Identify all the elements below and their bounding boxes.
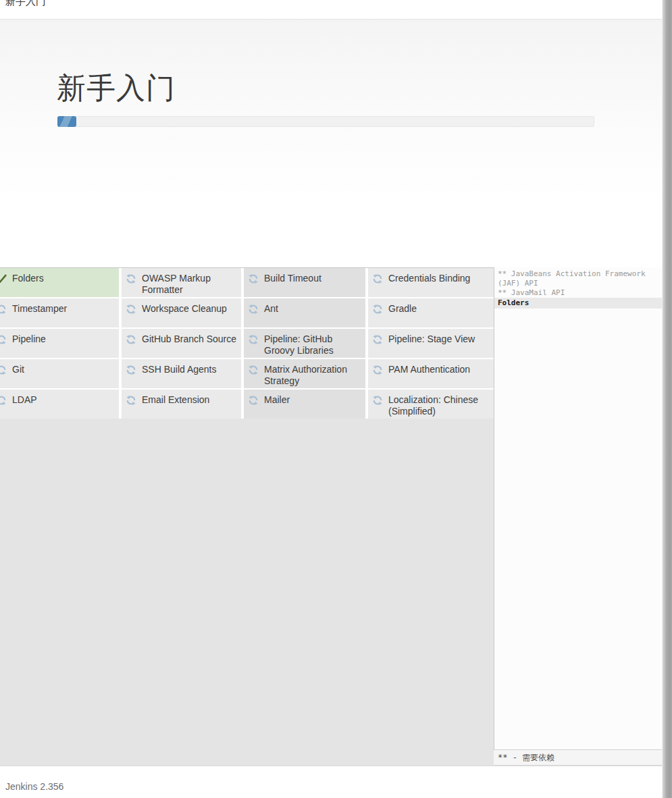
sync-spinner-icon	[248, 304, 259, 315]
plugin-name: SSH Build Agents	[142, 364, 217, 375]
wizard-header-panel: 新手入门	[0, 19, 662, 267]
plugin-name: Build Timeout	[264, 273, 321, 284]
jenkins-setup-wizard-window: 新手入门 新手入门 Folders OWASP Markup Formatter…	[0, 0, 672, 798]
plugin-name: Timestamper	[12, 303, 67, 315]
plugin-cell: SSH Build Agents	[122, 359, 241, 388]
dependency-note: ** - 需要依赖	[494, 749, 662, 766]
plugin-name: Gradle	[388, 303, 417, 315]
sync-spinner-icon	[126, 304, 136, 315]
plugin-name: LDAP	[12, 394, 37, 406]
plugin-cell: Pipeline	[0, 329, 119, 358]
vertical-scrollbar[interactable]	[662, 0, 672, 798]
plugin-cell: Credentials Binding	[368, 268, 494, 297]
plugin-name: Pipeline: Stage View	[388, 334, 475, 345]
plugin-cell: Mailer	[244, 390, 365, 419]
log-entry: ** JavaBeans Activation Framework (JAF) …	[494, 269, 662, 288]
sync-spinner-icon	[248, 365, 259, 375]
plugin-cell: OWASP Markup Formatter	[122, 268, 241, 297]
plugin-name: Pipeline: GitHub Groovy Libraries	[264, 334, 361, 356]
plugin-name: PAM Authentication	[388, 364, 470, 375]
plugin-name: Credentials Binding	[388, 273, 470, 284]
sync-spinner-icon	[126, 334, 136, 345]
sync-spinner-icon	[0, 365, 7, 375]
plugin-name: Email Extension	[142, 394, 209, 406]
log-entry: ** JavaMail API	[494, 288, 662, 298]
sync-spinner-icon	[0, 304, 7, 315]
plugin-cell: Email Extension	[122, 390, 241, 419]
plugin-area-background	[0, 419, 494, 766]
sync-spinner-icon	[126, 395, 136, 406]
plugin-cell: Git	[0, 359, 119, 388]
sync-spinner-icon	[372, 395, 383, 406]
plugin-name: OWASP Markup Formatter	[142, 273, 237, 296]
install-progress-bar	[57, 116, 594, 127]
plugin-cell: Gradle	[368, 298, 494, 327]
plugin-cell: Matrix Authorization Strategy	[244, 359, 365, 388]
plugin-cell: Localization: Chinese (Simplified)	[368, 390, 494, 419]
sync-spinner-icon	[0, 395, 7, 406]
sync-spinner-icon	[372, 304, 383, 315]
sync-spinner-icon	[0, 334, 7, 345]
sync-spinner-icon	[126, 273, 136, 284]
sync-spinner-icon	[248, 334, 259, 345]
plugin-name: Git	[12, 364, 24, 375]
plugin-cell: Ant	[244, 298, 365, 327]
plugin-cell: Pipeline: Stage View	[368, 329, 494, 358]
sync-spinner-icon	[248, 395, 259, 406]
plugin-name: Matrix Authorization Strategy	[264, 364, 361, 387]
plugin-name: Pipeline	[12, 334, 46, 345]
install-log-panel: ** JavaBeans Activation Framework (JAF) …	[494, 267, 662, 749]
plugin-name: Localization: Chinese (Simplified)	[388, 394, 490, 417]
page-title: 新手入门	[57, 71, 176, 106]
plugin-cell: Pipeline: GitHub Groovy Libraries	[244, 329, 365, 358]
progress-fill	[57, 116, 76, 127]
plugin-grid: Folders OWASP Markup Formatter Build Tim…	[0, 268, 494, 419]
footer-divider	[0, 766, 662, 766]
plugin-cell: LDAP	[0, 390, 119, 419]
plugin-cell: Timestamper	[0, 298, 119, 327]
sync-spinner-icon	[372, 365, 383, 375]
plugin-name: Workspace Cleanup	[142, 303, 227, 315]
plugin-cell: GitHub Branch Source	[122, 329, 241, 358]
plugin-cell: PAM Authentication	[368, 359, 494, 388]
sync-spinner-icon	[126, 365, 136, 375]
plugin-cell: Workspace Cleanup	[122, 298, 241, 327]
jenkins-version-link[interactable]: Jenkins 2.356	[5, 781, 63, 792]
plugin-name: Folders	[12, 273, 44, 284]
sync-spinner-icon	[372, 273, 383, 284]
log-entry: Folders	[494, 298, 662, 309]
plugin-cell: Folders	[0, 268, 119, 297]
check-icon	[0, 273, 7, 284]
breadcrumb[interactable]: 新手入门	[5, 0, 46, 8]
plugin-name: Mailer	[264, 394, 290, 406]
sync-spinner-icon	[248, 273, 259, 284]
plugin-name: GitHub Branch Source	[142, 334, 236, 345]
plugin-name: Ant	[264, 303, 278, 315]
sync-spinner-icon	[372, 334, 383, 345]
plugin-cell: Build Timeout	[244, 268, 365, 297]
